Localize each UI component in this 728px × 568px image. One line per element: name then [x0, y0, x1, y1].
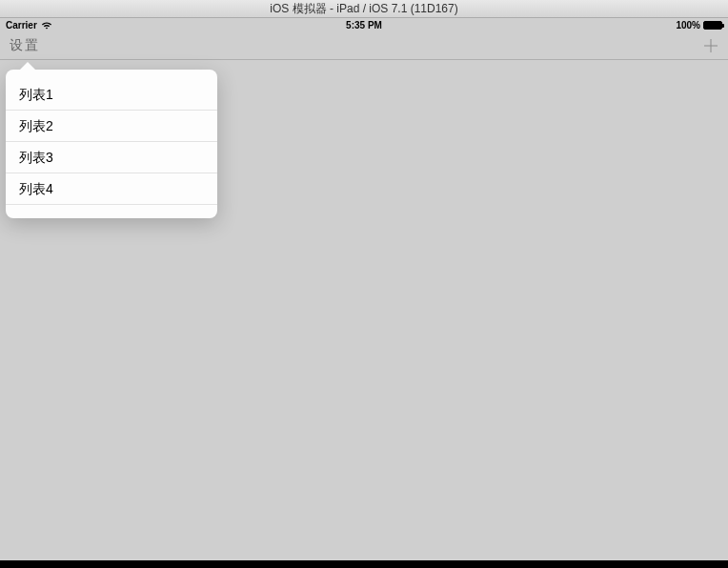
plus-icon: [703, 38, 718, 53]
add-button[interactable]: [703, 38, 718, 53]
list-item[interactable]: 列表1: [6, 79, 217, 111]
list-item[interactable]: 列表3: [6, 142, 217, 173]
status-right: 100%: [676, 20, 722, 30]
settings-button[interactable]: 设置: [10, 37, 40, 54]
content-area: 列表1 列表2 列表3 列表4: [0, 60, 728, 564]
simulator-titlebar: iOS 模拟器 - iPad / iOS 7.1 (11D167): [0, 0, 728, 18]
navigation-bar: 设置: [0, 31, 728, 60]
battery-percent: 100%: [676, 20, 700, 30]
simulator-screen: Carrier 5:35 PM 100% 设置 列表1: [0, 18, 728, 564]
status-left: Carrier: [6, 20, 52, 30]
list-item[interactable]: 列表2: [6, 111, 217, 142]
wifi-icon: [41, 21, 52, 30]
list-item[interactable]: 列表4: [6, 173, 217, 205]
bottom-border: [0, 560, 728, 564]
battery-icon: [703, 21, 722, 30]
status-bar: Carrier 5:35 PM 100%: [0, 18, 728, 31]
simulator-title: iOS 模拟器 - iPad / iOS 7.1 (11D167): [270, 2, 457, 15]
carrier-label: Carrier: [6, 20, 37, 30]
status-time: 5:35 PM: [346, 20, 382, 30]
popover: 列表1 列表2 列表3 列表4: [6, 70, 217, 218]
